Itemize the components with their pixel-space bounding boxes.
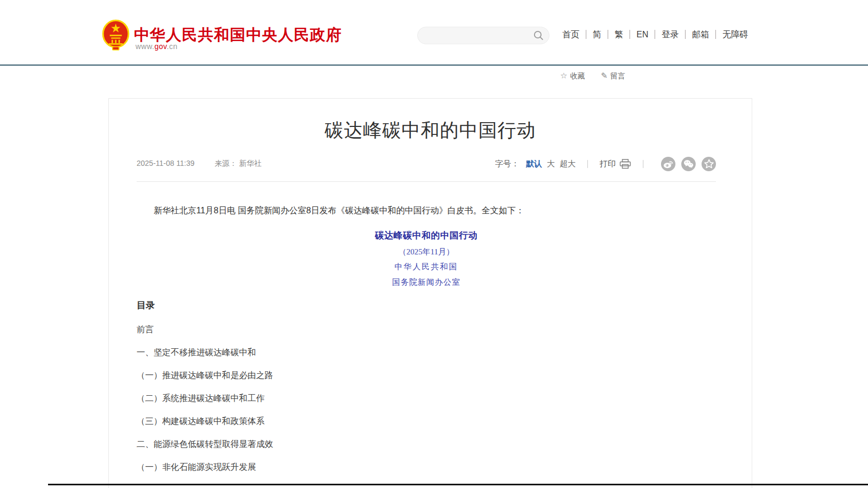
qzone-star-share-icon[interactable] bbox=[702, 157, 716, 171]
search-icon[interactable] bbox=[533, 30, 544, 41]
nav-link[interactable]: 首页 bbox=[556, 30, 586, 39]
toc-item: （三）构建碳达峰碳中和政策体系 bbox=[137, 417, 716, 426]
nav-link[interactable]: 登录 bbox=[655, 30, 685, 39]
favorite-button[interactable]: ☆收藏 bbox=[560, 71, 585, 81]
nav-link[interactable]: 简 bbox=[586, 30, 608, 39]
nav-link[interactable]: 邮箱 bbox=[685, 30, 715, 39]
weibo-share-icon[interactable] bbox=[661, 157, 675, 171]
nav-link[interactable]: EN bbox=[630, 30, 655, 39]
wechat-share-icon[interactable] bbox=[681, 157, 696, 171]
toc-item: （一）推进碳达峰碳中和是必由之路 bbox=[137, 371, 716, 380]
meta-divider-line bbox=[137, 181, 716, 182]
search-box bbox=[417, 27, 550, 44]
toc-item: 一、坚定不移推进碳达峰碳中和 bbox=[137, 348, 716, 357]
url-www: www. bbox=[136, 42, 154, 51]
document-issuer-line1: 中华人民共和国 bbox=[137, 262, 716, 272]
lead-paragraph: 新华社北京11月8日电 国务院新闻办公室8日发布《碳达峰碳中和的中国行动》白皮书… bbox=[137, 205, 716, 217]
document-title: 碳达峰碳中和的中国行动 bbox=[137, 229, 716, 242]
print-label: 打印 bbox=[600, 159, 616, 169]
article-date: 2025-11-08 11:39 bbox=[137, 159, 194, 167]
top-nav: 首页简繁EN登录邮箱无障碍 bbox=[556, 30, 754, 39]
nav-link[interactable]: 无障碍 bbox=[715, 30, 754, 39]
favorite-label: 收藏 bbox=[570, 71, 585, 80]
article-title: 碳达峰碳中和的中国行动 bbox=[109, 118, 752, 142]
share-icons bbox=[655, 157, 716, 171]
article-meta-row: 2025-11-08 11:39 来源： 新华社 字号： 默认大超大 打印 bbox=[109, 156, 752, 171]
printer-icon bbox=[619, 159, 631, 169]
article-body: 新华社北京11月8日电 国务院新闻办公室8日发布《碳达峰碳中和的中国行动》白皮书… bbox=[109, 205, 752, 471]
article-card: 碳达峰碳中和的中国行动 2025-11-08 11:39 来源： 新华社 字号：… bbox=[108, 98, 752, 488]
national-emblem-logo[interactable] bbox=[102, 19, 130, 51]
url-cn: .cn bbox=[167, 42, 178, 51]
fontsize-options: 默认大超大 bbox=[521, 159, 576, 169]
toc-item: 二、能源绿色低碳转型取得显著成效 bbox=[137, 439, 716, 449]
document-issuer-line2: 国务院新闻办公室 bbox=[137, 277, 716, 287]
site-header: 中华人民共和国中央人民政府 www.gov.cn 首页简繁EN登录邮箱无障碍 bbox=[0, 0, 868, 65]
pencil-icon: ✎ bbox=[601, 71, 608, 80]
toc-item: （一）非化石能源实现跃升发展 bbox=[137, 462, 716, 471]
toc-heading: 目录 bbox=[137, 299, 716, 311]
header-divider-line bbox=[0, 65, 868, 66]
article-source: 新华社 bbox=[239, 159, 261, 167]
fontsize-option[interactable]: 超大 bbox=[560, 159, 576, 168]
site-url: www.gov.cn bbox=[136, 42, 178, 51]
toc-item: （二）系统推进碳达峰碳中和工作 bbox=[137, 394, 716, 403]
meta-separator bbox=[643, 160, 643, 168]
document-date-line: （2025年11月） bbox=[137, 247, 716, 257]
toc-item: 前言 bbox=[137, 325, 716, 334]
meta-separator bbox=[587, 160, 588, 168]
source-label: 来源： bbox=[214, 159, 237, 167]
article-meta-right: 字号： 默认大超大 打印 bbox=[495, 157, 716, 171]
fontsize-option[interactable]: 大 bbox=[547, 159, 555, 168]
search-input[interactable] bbox=[417, 27, 550, 44]
fontsize-option[interactable]: 默认 bbox=[526, 159, 542, 168]
url-gov: gov bbox=[154, 42, 166, 51]
nav-link[interactable]: 繁 bbox=[608, 30, 630, 39]
bottom-edge-line bbox=[48, 484, 868, 485]
page: 中华人民共和国中央人民政府 www.gov.cn 首页简繁EN登录邮箱无障碍 ☆… bbox=[0, 0, 868, 488]
page-actions: ☆收藏 ✎留言 bbox=[560, 71, 639, 81]
toc-list: 前言一、坚定不移推进碳达峰碳中和（一）推进碳达峰碳中和是必由之路（二）系统推进碳… bbox=[137, 325, 716, 471]
national-emblem-icon bbox=[102, 19, 130, 51]
message-button[interactable]: ✎留言 bbox=[601, 71, 625, 81]
star-outline-icon: ☆ bbox=[560, 71, 567, 80]
message-label: 留言 bbox=[610, 71, 625, 80]
article-meta-left: 2025-11-08 11:39 来源： 新华社 bbox=[137, 159, 261, 169]
fontsize-label: 字号： bbox=[495, 159, 519, 169]
print-button[interactable]: 打印 bbox=[600, 159, 631, 169]
